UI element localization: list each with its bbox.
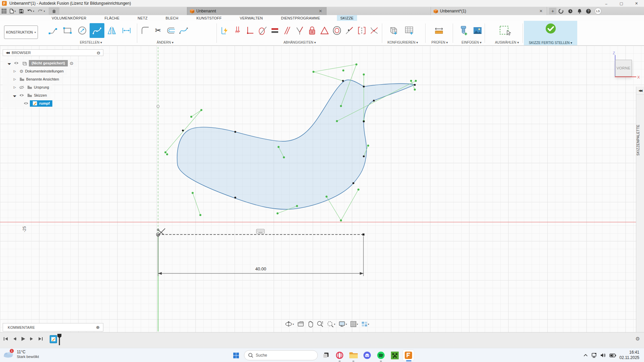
timeline-go-start-icon[interactable] (3, 335, 9, 343)
tangent-constraint-icon[interactable] (256, 23, 268, 38)
circle-tool-icon[interactable] (75, 23, 90, 38)
expand-icon[interactable]: ▷ (13, 69, 17, 73)
timeline-position-marker[interactable] (57, 334, 62, 345)
viewports-caret[interactable]: ▾ (368, 323, 369, 326)
timeline-sketch-feature[interactable] (50, 335, 57, 343)
task-view-icon[interactable] (320, 350, 332, 361)
ribbon-tab-netz[interactable]: NETZ (136, 15, 149, 21)
redo-caret[interactable]: ▾ (44, 10, 45, 13)
orbit-tool-icon[interactable]: ▾ (284, 319, 295, 329)
help-icon[interactable]: ? (585, 8, 592, 14)
expand-palette-icon[interactable]: ◀◀ (636, 87, 644, 95)
selected-sketch-chip[interactable]: rumpf (30, 100, 52, 107)
zoom-tool-icon[interactable] (316, 319, 325, 329)
file-explorer-icon[interactable] (348, 350, 359, 361)
tree-row-label[interactable]: Ursprung (34, 85, 49, 89)
fillet-tool-icon[interactable] (139, 23, 152, 38)
tree-row-origin[interactable]: ▷ Ursprung (3, 83, 52, 91)
edit-spline-tool-icon[interactable] (177, 23, 190, 38)
display-settings-caret[interactable]: ▾ (346, 323, 347, 326)
fix-lock-constraint-icon[interactable] (306, 23, 318, 38)
spotify-icon[interactable] (375, 350, 387, 361)
group-label-erstellen[interactable]: ERSTELLEN ▾ (45, 41, 137, 44)
tree-row-label[interactable]: Skizzen (34, 93, 47, 97)
select-tool-icon[interactable] (495, 23, 515, 38)
app-grid-icon[interactable] (0, 7, 8, 15)
ribbon-tab-volumenkoerper[interactable]: VOLUMENKÖRPER (50, 15, 88, 21)
group-label-einfuegen[interactable]: EINFÜGEN ▾ (456, 41, 487, 44)
undo-caret[interactable]: ▾ (33, 10, 34, 13)
configure-solid-icon[interactable] (386, 23, 401, 38)
insert-image-icon[interactable] (470, 23, 485, 38)
grid-settings-icon[interactable]: ▾ (349, 319, 359, 329)
visibility-eye-icon[interactable] (19, 94, 24, 97)
minecraft-icon[interactable] (389, 350, 400, 361)
concentric-constraint-icon[interactable] (331, 23, 343, 38)
tree-row-document-settings[interactable]: ▷ ⚙ Dokumenteinstellungen (3, 67, 67, 75)
group-label-pruefen[interactable]: PRÜFEN ▾ (431, 41, 448, 44)
new-document-tab-button[interactable]: + (549, 8, 556, 14)
sketch-canvas[interactable]: -2540.00 ◀◀ BROWSER ⊖ ◢ (Nicht gespeiche… (0, 46, 644, 332)
look-at-icon[interactable] (296, 319, 305, 329)
visibility-eye-icon[interactable] (23, 102, 29, 105)
mirror-tool-icon[interactable] (104, 23, 119, 38)
grid-settings-caret[interactable]: ▾ (357, 323, 358, 326)
document-tab-unbenannt[interactable]: Unbenannt ✕ (187, 7, 327, 15)
zoom-fit-caret[interactable]: ▾ (334, 323, 335, 326)
taskbar-search-input[interactable]: Suche (244, 350, 318, 360)
spline-tool-icon-active[interactable] (90, 23, 104, 38)
ribbon-tab-skizze[interactable]: SKIZZE (337, 15, 357, 21)
insert-fastener-icon[interactable] (456, 23, 470, 38)
polygon-constraint-icon[interactable] (318, 23, 331, 38)
notifications-bell-icon[interactable] (576, 8, 583, 14)
undo-icon[interactable]: ▾ (25, 7, 36, 15)
document-tab-unbenannt-1[interactable]: Unbenannt*(1) ✕ (431, 7, 547, 15)
equal-constraint-icon[interactable] (268, 23, 281, 38)
account-avatar[interactable]: LS (595, 8, 601, 14)
group-label-auswaehlen[interactable]: AUSWÄHLEN ▾ (495, 41, 515, 44)
timeline-go-end-icon[interactable] (38, 335, 44, 343)
close-tab-icon[interactable]: ✕ (538, 9, 544, 13)
close-tab-icon[interactable]: ✕ (317, 9, 324, 13)
opera-gx-icon[interactable] (334, 350, 345, 361)
comments-panel[interactable]: KOMMENTARE ⊕ (3, 323, 103, 331)
minimize-button[interactable]: – (599, 0, 614, 7)
pan-hand-icon[interactable] (306, 319, 314, 329)
save-icon[interactable] (17, 7, 25, 15)
start-button[interactable] (230, 350, 242, 361)
tray-expand-chevron-icon[interactable] (584, 354, 588, 357)
rectangle-tool-icon[interactable] (60, 23, 75, 38)
visibility-eye-icon[interactable] (14, 61, 19, 65)
measure-tool-icon[interactable] (431, 23, 447, 38)
taskbar-clock[interactable]: 16:41 02.11.2025 (620, 350, 639, 360)
browser-header[interactable]: ◀◀ BROWSER ⊖ (3, 49, 103, 56)
battery-icon[interactable] (609, 354, 616, 357)
display-settings-icon[interactable]: ▾ (338, 319, 348, 329)
file-menu-icon[interactable]: ▾ (8, 7, 17, 15)
group-label-aendern[interactable]: ÄNDERN ▾ (139, 41, 191, 44)
konstruktion-dropdown[interactable]: KONSTRUKTION ▾ (4, 25, 38, 39)
redo-icon[interactable]: ▾ (36, 7, 47, 15)
tree-row-named-views[interactable]: ▷ Benannte Ansichten (3, 75, 62, 83)
volume-icon[interactable] (600, 353, 606, 358)
curvature-constraint-icon[interactable] (368, 23, 381, 38)
timeline-settings-gear-icon[interactable]: ⚙ (636, 336, 640, 342)
zoom-fit-icon[interactable]: ▾ (326, 319, 336, 329)
ribbon-tab-blech[interactable]: BLECH (164, 15, 180, 21)
maximize-button[interactable]: ▢ (614, 0, 629, 7)
group-label-abhaengigkeiten[interactable]: ABHÄNGIGKEITEN ▾ (219, 41, 381, 44)
orbit-caret[interactable]: ▾ (293, 323, 294, 326)
coincident-constraint-icon[interactable] (231, 23, 244, 38)
expand-icon[interactable]: ▷ (13, 86, 17, 89)
offset-tool-icon[interactable] (164, 23, 177, 38)
ribbon-tab-kunststoff[interactable]: KUNSTSTOFF (195, 15, 223, 21)
add-comment-icon[interactable]: ⊕ (96, 325, 100, 330)
visibility-eye-off-icon[interactable] (19, 86, 24, 89)
ribbon-tab-flaeche[interactable]: FLÄCHE (103, 15, 121, 21)
ribbon-tab-verwalten[interactable]: VERWALTEN (238, 15, 264, 21)
perpendicular-constraint-icon[interactable] (293, 23, 306, 38)
viewcube[interactable]: Z VORNE X (609, 50, 643, 87)
weather-widget[interactable]: 1 11°C Stark bewölkt (3, 350, 39, 359)
line-tool-icon[interactable] (45, 23, 60, 38)
dimension-value[interactable]: 40.00 (255, 266, 266, 271)
